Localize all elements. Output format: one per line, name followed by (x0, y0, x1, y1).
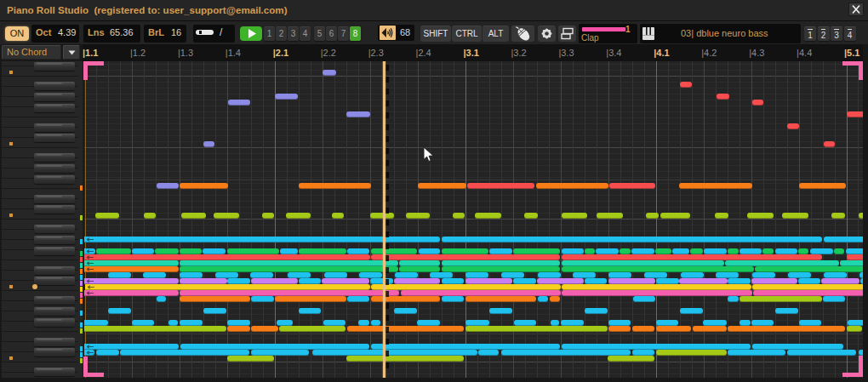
note[interactable] (824, 272, 847, 278)
note[interactable] (550, 296, 560, 302)
black-key[interactable] (34, 307, 75, 316)
note[interactable] (715, 213, 728, 219)
note[interactable] (418, 183, 466, 189)
note[interactable] (823, 296, 845, 302)
note[interactable] (279, 326, 345, 332)
note[interactable] (538, 296, 548, 302)
note[interactable] (228, 100, 250, 105)
note[interactable] (824, 237, 863, 242)
note[interactable] (655, 248, 671, 254)
note[interactable] (717, 94, 729, 100)
note[interactable] (401, 290, 561, 296)
pattern-button-3[interactable]: 3 (288, 26, 299, 41)
black-key[interactable] (34, 205, 75, 214)
note[interactable] (562, 266, 754, 272)
chord-dropdown-button[interactable] (63, 45, 80, 60)
note[interactable] (728, 248, 739, 254)
note[interactable] (406, 213, 430, 219)
note[interactable] (656, 320, 678, 326)
black-key[interactable] (34, 164, 75, 173)
note[interactable] (84, 350, 94, 356)
note[interactable] (465, 278, 512, 284)
note[interactable] (347, 248, 369, 254)
note[interactable] (84, 266, 179, 272)
note[interactable] (831, 213, 845, 219)
note[interactable] (631, 248, 654, 254)
note[interactable] (332, 213, 344, 219)
note[interactable] (562, 290, 752, 296)
pattern-button-5[interactable]: 5 (314, 26, 325, 41)
lines-value[interactable]: 65.36 (110, 27, 134, 37)
snap-button-1[interactable]: 1 (804, 26, 816, 41)
note[interactable] (632, 326, 654, 332)
note[interactable] (562, 254, 822, 260)
note[interactable] (227, 320, 250, 326)
black-key[interactable] (34, 296, 75, 305)
note[interactable] (755, 266, 863, 272)
note[interactable] (180, 248, 202, 254)
note[interactable] (359, 272, 382, 278)
note[interactable] (562, 344, 751, 350)
loop-marker[interactable] (859, 61, 863, 80)
note[interactable] (728, 350, 785, 356)
note[interactable] (524, 213, 538, 219)
alt-button[interactable]: ALT (483, 26, 509, 42)
note[interactable] (417, 320, 440, 326)
note[interactable] (775, 308, 798, 314)
note[interactable] (752, 100, 763, 105)
note[interactable] (752, 272, 775, 278)
note[interactable] (84, 260, 179, 266)
note[interactable] (680, 308, 703, 314)
note[interactable] (442, 237, 822, 242)
note[interactable] (347, 296, 369, 302)
note[interactable] (821, 278, 859, 284)
octave-value[interactable]: 4.39 (58, 27, 76, 37)
loop-marker[interactable] (859, 356, 863, 374)
note[interactable] (358, 320, 369, 326)
note[interactable] (288, 272, 311, 278)
note[interactable] (608, 278, 655, 284)
note[interactable] (395, 272, 418, 278)
note[interactable] (180, 320, 203, 326)
on-toggle-button[interactable]: ON (5, 26, 29, 41)
note[interactable] (679, 183, 752, 189)
note[interactable] (275, 296, 346, 302)
note[interactable] (751, 278, 797, 284)
note[interactable] (573, 272, 596, 278)
note[interactable] (693, 326, 727, 332)
note[interactable] (250, 272, 273, 278)
black-key[interactable] (34, 153, 75, 162)
note[interactable] (84, 326, 226, 332)
settings-button[interactable] (538, 26, 556, 42)
note[interactable] (84, 320, 108, 326)
note[interactable] (262, 213, 274, 219)
note[interactable] (799, 183, 846, 189)
note[interactable] (551, 320, 559, 326)
channel-name[interactable]: Clap (581, 33, 599, 43)
snap-button-4[interactable]: 4 (844, 26, 856, 41)
note[interactable] (394, 308, 417, 314)
note[interactable] (847, 111, 863, 117)
note[interactable] (608, 320, 631, 326)
play-button[interactable] (240, 26, 262, 41)
note[interactable] (157, 183, 179, 189)
note[interactable] (644, 272, 667, 278)
note[interactable] (562, 284, 751, 290)
note[interactable] (787, 350, 856, 356)
note[interactable] (740, 320, 751, 326)
note[interactable] (180, 183, 228, 189)
note[interactable] (562, 260, 724, 266)
note[interactable] (561, 320, 584, 326)
note-grid[interactable] (84, 61, 863, 378)
note[interactable] (848, 320, 863, 326)
loop-marker[interactable] (83, 356, 88, 375)
note[interactable] (84, 254, 370, 260)
note[interactable] (180, 266, 398, 272)
note[interactable] (609, 183, 655, 189)
note[interactable] (453, 213, 465, 219)
note[interactable] (394, 278, 440, 284)
note[interactable] (430, 272, 453, 278)
note[interactable] (846, 248, 863, 254)
note[interactable] (144, 213, 156, 219)
note[interactable] (513, 248, 560, 254)
